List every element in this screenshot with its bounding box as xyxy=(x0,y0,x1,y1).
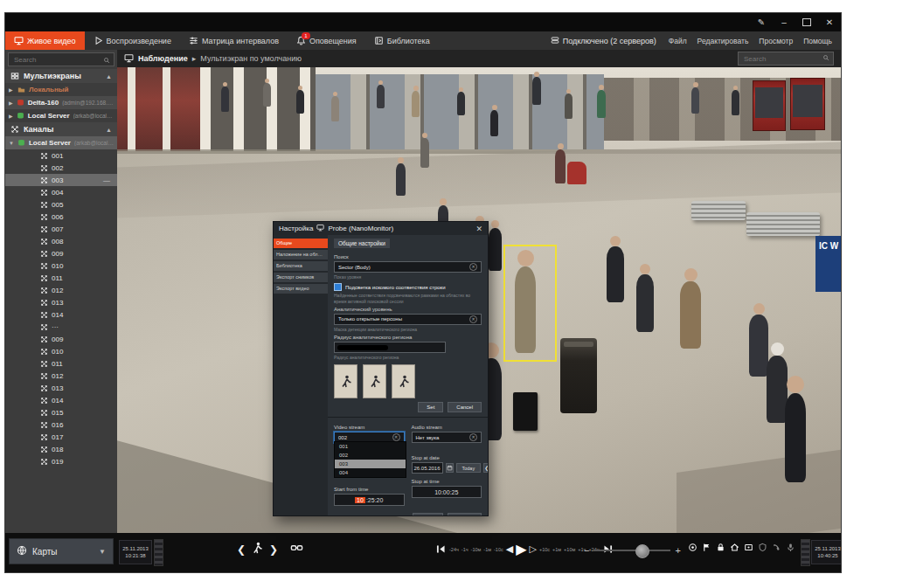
calendar-icon[interactable] xyxy=(446,463,454,473)
play-button[interactable]: ▶ xyxy=(516,541,526,557)
cancel-button[interactable]: Cancel xyxy=(448,513,482,515)
gait-thumbnail[interactable] xyxy=(363,364,386,398)
speed-slider-track[interactable] xyxy=(593,550,670,551)
speed-label[interactable]: -24ч xyxy=(449,547,459,552)
dialog-tab-0[interactable]: Общие xyxy=(274,239,328,248)
start-time-rest[interactable]: :25:20 xyxy=(366,497,383,503)
stop-time-field[interactable]: 10:00:25 xyxy=(412,486,482,498)
level-combo[interactable]: Только открытые персоны ✕ xyxy=(334,314,482,325)
gait-thumbnail[interactable] xyxy=(392,364,415,398)
menu-помощь[interactable]: Помощь xyxy=(803,37,832,45)
close-button[interactable]: ✕ xyxy=(818,13,841,31)
expander-icon[interactable]: ▶ xyxy=(9,113,13,119)
section-multiscreens[interactable]: Мультиэкраны▲ xyxy=(5,69,117,83)
close-icon[interactable]: ✕ xyxy=(475,225,482,233)
monitor-frame-icon[interactable] xyxy=(743,542,753,552)
menu-файл[interactable]: Файл xyxy=(669,37,687,45)
channel-item-015[interactable]: 015 xyxy=(5,406,117,419)
gait-thumbnail[interactable] xyxy=(334,364,357,398)
video-stream-option-002[interactable]: 002 xyxy=(335,451,406,460)
speed-label[interactable]: -10м xyxy=(471,547,482,552)
channel-item-006[interactable]: 006 xyxy=(5,211,117,223)
tab-interval-matrix[interactable]: Матрица интервалов xyxy=(180,31,288,50)
expander-icon[interactable]: ▶ xyxy=(9,86,14,93)
channel-item-···[interactable]: ··· xyxy=(5,321,117,333)
channel-item-003[interactable]: 003— xyxy=(5,174,117,186)
tree-item-delta-160[interactable]: ▶Delta-160(admin@192.168.0.72:8093) xyxy=(5,96,117,109)
video-stream-option-001[interactable]: 001 xyxy=(335,442,406,451)
search-combo[interactable]: Sector (Body) ✕ xyxy=(334,261,482,273)
channel-item-002[interactable]: 002 xyxy=(5,162,117,174)
tree-item-локальный[interactable]: ▶Локальный xyxy=(5,83,117,96)
channel-item-013[interactable]: 013 xyxy=(5,382,117,394)
step-forward-button[interactable]: ▷ xyxy=(529,543,536,555)
cancel-button[interactable]: Cancel xyxy=(448,402,482,412)
channel-item-019[interactable]: 019 xyxy=(5,455,117,467)
tab-library[interactable]: Библиотека xyxy=(365,31,439,50)
video-stream-option-003[interactable]: 003 xyxy=(335,460,406,468)
channel-item-013[interactable]: 013 xyxy=(5,296,117,308)
channel-item-011[interactable]: 011 xyxy=(5,357,117,370)
skip-to-start-button[interactable] xyxy=(435,543,447,555)
radius-input[interactable] xyxy=(334,342,446,353)
detection-box[interactable] xyxy=(503,245,557,362)
bookmark-icon[interactable] xyxy=(701,542,711,552)
collapse-arrow-icon[interactable]: ▲ xyxy=(106,127,112,133)
start-time-field[interactable]: 10 :25:20 xyxy=(334,494,405,506)
today-button[interactable]: Today xyxy=(456,463,482,473)
connection-status[interactable]: Подключено (2 серверов) xyxy=(551,36,656,46)
maps-button[interactable]: Карты ▼ xyxy=(9,538,114,564)
breadcrumb-title[interactable]: Наблюдение xyxy=(138,54,188,63)
speed-label[interactable]: -1м xyxy=(483,547,491,552)
channel-item-009[interactable]: 009 xyxy=(5,247,117,259)
channel-item-011[interactable]: 011 xyxy=(5,272,117,284)
start-time-hh[interactable]: 10 xyxy=(355,497,365,503)
tree-item-local-server[interactable]: ▶Local Server(arkab@localhost:8093) xyxy=(5,109,117,122)
clear-icon[interactable]: ✕ xyxy=(469,315,477,323)
video-stream-option-004[interactable]: 004 xyxy=(335,468,406,477)
speed-label[interactable]: -1ч xyxy=(462,547,468,552)
faster-button[interactable]: + xyxy=(675,545,680,556)
smart-search-goggles-icon[interactable] xyxy=(290,542,303,557)
section-channels[interactable]: Каналы▲ xyxy=(5,122,117,136)
sidebar-search[interactable] xyxy=(8,52,115,66)
timeline-scroll-left[interactable] xyxy=(154,539,163,566)
speed-label[interactable]: +10м xyxy=(564,547,575,552)
channel-item-018[interactable]: 018 xyxy=(5,443,117,455)
mic-icon[interactable] xyxy=(785,542,795,552)
timeline-scroll-right[interactable] xyxy=(801,539,810,566)
speed-label[interactable]: +10с xyxy=(539,547,550,552)
menu-редактировать[interactable]: Редактировать xyxy=(697,37,749,45)
tree-item-channels-local-server[interactable]: ▼Local Server(arkab@localhost:8093) xyxy=(5,136,117,149)
maximize-button[interactable] xyxy=(795,13,818,31)
prev-motion-button[interactable]: ❮ xyxy=(237,543,246,556)
channel-item-005[interactable]: 005 xyxy=(5,198,117,211)
minimize-button[interactable]: – xyxy=(773,13,795,31)
stop-date-field[interactable]: 26.05.2016 xyxy=(412,462,443,474)
menu-просмотр[interactable]: Просмотр xyxy=(759,37,793,45)
shield-icon[interactable] xyxy=(757,542,767,552)
channel-item-004[interactable]: 004 xyxy=(5,186,117,198)
clear-icon[interactable]: ✕ xyxy=(392,433,400,441)
step-back-button[interactable]: ◀ xyxy=(506,543,513,555)
main-search-input[interactable] xyxy=(742,54,819,64)
lock-icon[interactable] xyxy=(715,542,725,552)
feedback-button[interactable]: ✎ xyxy=(750,13,773,31)
prev-day-button[interactable]: ❮ xyxy=(483,463,488,473)
snapshot-icon[interactable] xyxy=(687,542,697,552)
dialog-tab-4[interactable]: Экспорт видео xyxy=(274,284,328,294)
speed-label[interactable]: +1м xyxy=(552,547,561,552)
channel-item-012[interactable]: 012 xyxy=(5,284,117,296)
expander-icon[interactable]: ▼ xyxy=(9,141,14,146)
tab-playback[interactable]: Воспроизведение xyxy=(85,31,180,50)
channel-item-007[interactable]: 007 xyxy=(5,223,117,235)
speed-label[interactable]: -10с xyxy=(494,547,503,552)
speed-slider-knob[interactable] xyxy=(635,544,649,558)
audio-stream-combo[interactable]: Нет звука ✕ xyxy=(412,432,482,443)
tab-alerts[interactable]: Оповещения1 xyxy=(288,31,365,50)
channel-item-008[interactable]: 008 xyxy=(5,235,117,247)
tab-live-video[interactable]: Живое видео xyxy=(5,31,85,50)
channel-item-001[interactable]: 001 xyxy=(5,149,117,162)
checkbox-checked-icon[interactable] xyxy=(334,283,342,291)
clear-icon[interactable]: ✕ xyxy=(469,263,477,271)
